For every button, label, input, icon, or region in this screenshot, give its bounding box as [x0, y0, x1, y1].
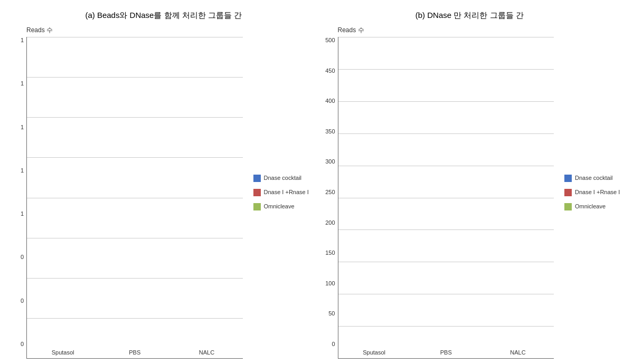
legend-a-color-3 — [253, 203, 261, 210]
legend-a-label-3: Omnicleave — [264, 203, 295, 210]
chart-a-x-labels: Sputasol PBS NALC — [27, 347, 243, 358]
chart-b: Reads 수 500 450 400 350 300 250 200 150 … — [317, 26, 560, 359]
legend-a-item-2: Dnase I +Rnase I — [253, 188, 317, 196]
legend-a-item-3: Omnicleave — [253, 203, 317, 210]
legend-b-item-3: Omnicleave — [564, 203, 628, 210]
chart-a-area: 1 1 1 1 1 0 0 0 — [11, 37, 243, 359]
chart-b-body: Sputasol PBS NALC — [338, 37, 554, 359]
legend-b-item-1: Dnase cocktail — [564, 174, 628, 182]
chart-a-x-nalc: NALC — [171, 347, 242, 358]
legend-b-label-2: Dnase I +Rnase I — [575, 188, 620, 196]
chart-b-legend: Dnase cocktail Dnase I +Rnase I Omniclea… — [559, 26, 628, 359]
chart-a-legend: Dnase cocktail Dnase I +Rnase I Omniclea… — [248, 26, 317, 359]
chart-b-y-axis: 500 450 400 350 300 250 200 150 100 50 0 — [322, 37, 338, 359]
chart-a: Reads 수 1 1 1 1 1 0 0 0 — [5, 26, 248, 359]
chart-a-title: (a) Beads와 DNase를 함께 처리한 그룹들 간 — [11, 11, 317, 21]
chart-b-bars — [338, 37, 554, 347]
chart-b-area: 500 450 400 350 300 250 200 150 100 50 0 — [322, 37, 554, 359]
legend-a-color-1 — [253, 175, 261, 182]
chart-a-body: Sputasol PBS NALC — [26, 37, 243, 359]
chart-a-bars — [27, 37, 243, 347]
chart-b-title: (b) DNase 만 처리한 그룹들 간 — [317, 11, 623, 21]
charts-container: Reads 수 1 1 1 1 1 0 0 0 — [5, 26, 628, 359]
legend-a-color-2 — [253, 189, 261, 196]
chart-a-x-pbs: PBS — [99, 347, 171, 358]
legend-b-color-3 — [564, 203, 572, 210]
legend-b-label-3: Omnicleave — [575, 203, 606, 210]
chart-b-y-label: Reads 수 — [338, 26, 554, 35]
legend-b-color-1 — [564, 175, 572, 182]
chart-b-x-labels: Sputasol PBS NALC — [338, 347, 554, 358]
legend-b-label-1: Dnase cocktail — [575, 174, 613, 181]
chart-a-y-label: Reads 수 — [26, 26, 243, 35]
chart-a-x-sputasol: Sputasol — [27, 347, 99, 358]
legend-a-item-1: Dnase cocktail — [253, 174, 317, 182]
chart-b-x-pbs: PBS — [410, 347, 482, 358]
chart-b-x-nalc: NALC — [482, 347, 554, 358]
legend-b-color-2 — [564, 189, 572, 196]
legend-a-label-1: Dnase cocktail — [264, 174, 302, 181]
legend-a-label-2: Dnase I +Rnase I — [264, 188, 309, 196]
legend-b-item-2: Dnase I +Rnase I — [564, 188, 628, 196]
chart-b-x-sputasol: Sputasol — [338, 347, 410, 358]
chart-a-y-axis: 1 1 1 1 1 0 0 0 — [11, 37, 26, 359]
